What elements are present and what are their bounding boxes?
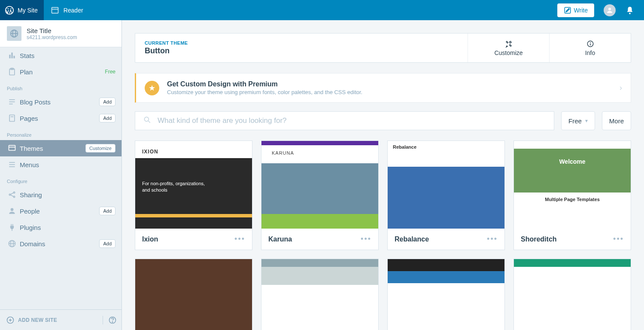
more-options-icon[interactable]: •••: [487, 235, 498, 244]
thumb-heading: Welcome: [514, 158, 631, 165]
notifications-button[interactable]: [623, 4, 636, 17]
add-new-site-button[interactable]: ADD NEW SITE: [0, 316, 103, 324]
more-button[interactable]: More: [602, 111, 631, 130]
theme-card[interactable]: [261, 259, 379, 330]
sidebar-item-themes[interactable]: Themes Customize: [0, 140, 122, 156]
theme-card-rebalance[interactable]: Rebalance Rebalance •••: [387, 141, 505, 250]
theme-name: Rebalance: [395, 235, 429, 243]
add-post-button[interactable]: Add: [99, 98, 115, 106]
write-button[interactable]: Write: [557, 3, 594, 17]
sidebar-item-stats[interactable]: Stats: [0, 47, 122, 64]
add-new-site-label: ADD NEW SITE: [18, 317, 57, 323]
customize-button[interactable]: Customize: [468, 34, 549, 62]
more-options-icon[interactable]: •••: [613, 235, 624, 244]
sidebar-item-label: Themes: [20, 145, 43, 152]
theme-thumbnail: KARUNA: [261, 141, 378, 229]
sidebar-item-label: Plugins: [20, 224, 41, 231]
sidebar-item-label: Pages: [20, 115, 38, 122]
theme-search[interactable]: [135, 111, 554, 130]
sidebar-item-menus[interactable]: Menus: [0, 156, 122, 173]
nav-my-site[interactable]: My Site: [0, 0, 44, 20]
nav-reader[interactable]: Reader: [44, 0, 90, 20]
help-icon: [108, 316, 117, 324]
sidebar-item-blog-posts[interactable]: Blog Posts Add: [0, 94, 122, 110]
current-theme-name: Button: [145, 46, 458, 55]
sidebar-item-domains[interactable]: Domains Add: [0, 235, 122, 252]
thumb-logo: IXION: [142, 149, 158, 155]
search-input[interactable]: [158, 116, 546, 125]
theme-thumbnail: [388, 259, 504, 330]
theme-thumbnail: IXION For non-profits, organizations, an…: [135, 141, 252, 229]
section-configure: Configure: [0, 173, 122, 186]
share-icon: [8, 190, 20, 199]
people-icon: [8, 207, 20, 215]
thumb-logo: KARUNA: [272, 150, 294, 156]
more-options-icon[interactable]: •••: [361, 235, 371, 244]
stats-icon: [8, 51, 20, 60]
section-personalize: Personalize: [0, 126, 122, 140]
plugins-icon: [8, 223, 20, 232]
sidebar-item-label: Sharing: [20, 191, 42, 199]
customize-theme-button[interactable]: Customize: [85, 144, 115, 153]
clipboard-icon: [8, 67, 20, 76]
svg-point-4: [608, 8, 611, 10]
reader-icon: [51, 6, 59, 15]
site-card[interactable]: Site Title s4211.wordpress.com: [0, 20, 122, 47]
svg-line-27: [11, 193, 14, 194]
add-page-button[interactable]: Add: [99, 114, 115, 122]
svg-rect-9: [9, 55, 10, 58]
help-button[interactable]: [103, 316, 122, 324]
sidebar-item-pages[interactable]: Pages Add: [0, 110, 122, 126]
sidebar-item-label: Blog Posts: [20, 98, 51, 106]
pencil-icon: [564, 6, 571, 14]
more-label: More: [609, 117, 624, 125]
globe-icon: [7, 26, 21, 41]
theme-card[interactable]: [387, 259, 505, 330]
sidebar: Site Title s4211.wordpress.com Stats Pla…: [0, 20, 122, 330]
sidebar-item-sharing[interactable]: Sharing: [0, 186, 122, 203]
star-icon: ★: [145, 81, 159, 95]
chevron-down-icon: ▾: [585, 118, 588, 124]
theme-name: Karuna: [268, 235, 292, 243]
top-bar: My Site Reader Write: [0, 0, 644, 20]
main-content: CURRENT THEME Button Customize Info ★ Ge…: [122, 20, 644, 330]
svg-rect-17: [9, 115, 15, 122]
thumb-tagline: For non-profits, organizations, and scho…: [142, 180, 211, 194]
svg-line-43: [149, 121, 150, 123]
svg-point-5: [629, 12, 631, 14]
tools-icon: [505, 40, 513, 48]
premium-banner[interactable]: ★ Get Custom Design with Premium Customi…: [135, 73, 631, 103]
info-button[interactable]: Info: [549, 34, 631, 62]
write-button-label: Write: [574, 7, 588, 14]
theme-card-ixion[interactable]: IXION For non-profits, organizations, an…: [135, 141, 252, 250]
menus-icon: [8, 160, 20, 169]
pages-icon: [8, 114, 20, 122]
current-theme-bar: CURRENT THEME Button Customize Info: [135, 33, 631, 63]
theme-name: Shoreditch: [521, 235, 557, 243]
theme-card[interactable]: [513, 259, 631, 330]
filter-dropdown[interactable]: Free ▾: [561, 111, 595, 130]
theme-thumbnail: Welcome Multiple Page Templates: [514, 141, 631, 229]
sidebar-item-label: Plan: [20, 68, 33, 76]
sidebar-item-plan[interactable]: Plan Free: [0, 64, 122, 80]
avatar[interactable]: [604, 4, 616, 16]
more-options-icon[interactable]: •••: [234, 235, 245, 244]
sidebar-item-plugins[interactable]: Plugins: [0, 219, 122, 235]
info-icon: [586, 40, 594, 48]
sidebar-item-people[interactable]: People Add: [0, 203, 122, 219]
theme-card-karuna[interactable]: KARUNA Karuna •••: [261, 141, 379, 250]
plan-badge: Free: [105, 69, 115, 75]
customize-label: Customize: [494, 49, 522, 56]
add-domain-button[interactable]: Add: [99, 239, 115, 248]
section-publish: Publish: [0, 80, 122, 94]
add-people-button[interactable]: Add: [99, 207, 115, 215]
svg-rect-19: [9, 145, 15, 150]
svg-point-25: [13, 192, 15, 193]
theme-thumbnail: Rebalance: [388, 141, 504, 229]
theme-card-shoreditch[interactable]: Welcome Multiple Page Templates Shoredit…: [513, 141, 631, 250]
themes-icon: [8, 144, 20, 153]
sidebar-item-label: Menus: [20, 161, 39, 168]
sidebar-item-label: Domains: [20, 240, 45, 248]
thumb-subheading: Multiple Page Templates: [514, 197, 631, 202]
theme-card[interactable]: [135, 259, 252, 330]
